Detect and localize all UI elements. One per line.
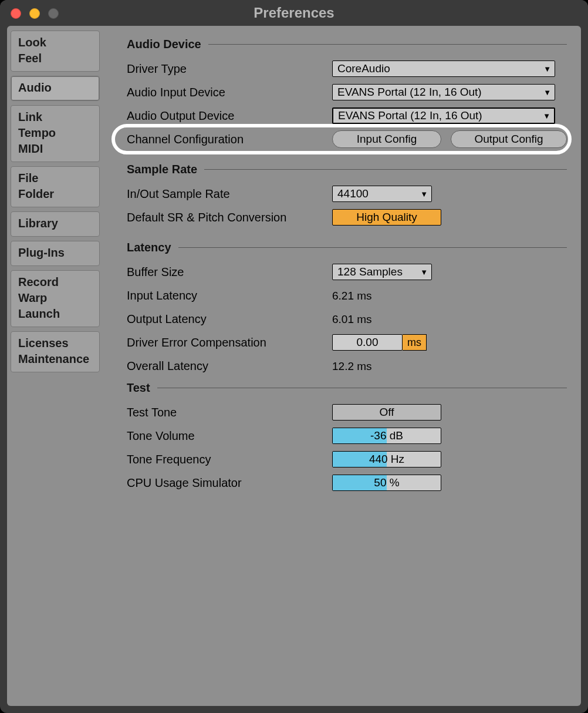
driver-type-dropdown[interactable]: CoreAudio ▼ [332, 60, 555, 77]
tone-frequency-slider[interactable]: 440 Hz [332, 451, 441, 468]
tone-volume-slider[interactable]: -36 dB [332, 428, 441, 444]
window-body: Look Feel Audio Link Tempo MIDI File Fol… [7, 26, 581, 706]
section-divider [204, 169, 567, 170]
chevron-down-icon: ▼ [420, 268, 428, 277]
input-latency-value: 6.21 ms [332, 290, 372, 302]
in-out-sample-rate-dropdown[interactable]: 44100 ▼ [332, 186, 432, 202]
section-test: Test Test Tone Off Tone Volume -36 dB [127, 381, 567, 495]
slider-value: 50 % [374, 476, 399, 489]
buffer-size-label: Buffer Size [127, 265, 332, 279]
dropdown-value: 128 Samples [337, 265, 403, 278]
input-config-button[interactable]: Input Config [332, 130, 441, 148]
sidebar-item-label: Plug-Ins [18, 245, 92, 261]
sidebar-item-label: Launch [18, 306, 92, 322]
sidebar-item-label: Maintenance [18, 351, 92, 367]
default-sr-label: Default SR & Pitch Conversion [127, 211, 332, 224]
sidebar-item-label: Link [18, 109, 92, 125]
window-title: Preferences [0, 5, 588, 21]
tab-plugins[interactable]: Plug-Ins [11, 241, 100, 266]
dropdown-value: EVANS Portal (12 In, 16 Out) [337, 86, 482, 99]
section-title: Test [127, 381, 150, 395]
section-divider [208, 44, 567, 45]
audio-input-device-dropdown[interactable]: EVANS Portal (12 In, 16 Out) ▼ [332, 84, 555, 100]
section-divider [157, 388, 567, 388]
tab-audio[interactable]: Audio [11, 76, 100, 101]
test-tone-label: Test Tone [127, 406, 332, 419]
in-out-sample-rate-label: In/Out Sample Rate [127, 187, 332, 201]
titlebar: Preferences [0, 0, 588, 26]
chevron-down-icon: ▼ [543, 112, 550, 120]
sidebar-item-label: Record [18, 274, 92, 290]
sidebar-item-label: File [18, 170, 92, 186]
chevron-down-icon: ▼ [543, 65, 551, 73]
driver-error-comp-value: 0.00 [332, 334, 403, 351]
section-header: Audio Device [127, 38, 567, 51]
dropdown-value: CoreAudio [337, 62, 390, 75]
traffic-lights [11, 8, 59, 19]
tone-volume-label: Tone Volume [127, 429, 332, 443]
overall-latency-label: Overall Latency [127, 359, 332, 373]
sidebar-item-label: Tempo [18, 125, 92, 141]
sidebar-item-label: Library [18, 216, 92, 231]
sidebar-item-label: MIDI [18, 141, 92, 157]
channel-configuration-label: Channel Configuration [127, 133, 332, 146]
tab-library[interactable]: Library [11, 211, 100, 237]
slider-value: 440 Hz [369, 453, 404, 466]
output-latency-label: Output Latency [127, 312, 332, 326]
section-header: Test [127, 381, 567, 395]
default-sr-toggle[interactable]: High Quality [332, 209, 441, 226]
section-latency: Latency Buffer Size 128 Samples ▼ Input … [127, 241, 567, 378]
sidebar: Look Feel Audio Link Tempo MIDI File Fol… [7, 26, 103, 706]
cpu-usage-simulator-label: CPU Usage Simulator [127, 476, 332, 490]
section-title: Audio Device [127, 38, 201, 51]
preferences-window: Preferences Look Feel Audio Link Tempo M… [0, 0, 588, 713]
tab-link-tempo-midi[interactable]: Link Tempo MIDI [11, 105, 100, 162]
tab-record-warp-launch[interactable]: Record Warp Launch [11, 270, 100, 327]
section-divider [178, 247, 567, 248]
driver-error-comp-unit: ms [403, 334, 427, 351]
section-header: Sample Rate [127, 163, 567, 176]
tone-frequency-label: Tone Frequency [127, 453, 332, 466]
section-sample-rate: Sample Rate In/Out Sample Rate 44100 ▼ D… [127, 163, 567, 229]
slider-value: -36 dB [370, 429, 403, 442]
minimize-window-button[interactable] [29, 8, 40, 19]
sidebar-item-label: Look [18, 35, 92, 51]
sidebar-item-label: Folder [18, 186, 92, 202]
cpu-usage-simulator-slider[interactable]: 50 % [332, 475, 441, 491]
output-config-button[interactable]: Output Config [451, 130, 567, 148]
section-header: Latency [127, 241, 567, 254]
audio-output-device-label: Audio Output Device [127, 109, 332, 123]
test-tone-toggle[interactable]: Off [332, 404, 441, 421]
section-title: Sample Rate [127, 163, 197, 176]
chevron-down-icon: ▼ [420, 190, 428, 199]
sidebar-item-label: Warp [18, 290, 92, 306]
sidebar-item-label: Licenses [18, 335, 92, 351]
audio-output-device-dropdown[interactable]: EVANS Portal (12 In, 16 Out) ▼ [332, 107, 555, 124]
content-pane: Audio Device Driver Type CoreAudio ▼ Aud… [103, 26, 581, 706]
output-latency-value: 6.01 ms [332, 313, 372, 325]
buffer-size-dropdown[interactable]: 128 Samples ▼ [332, 264, 432, 280]
chevron-down-icon: ▼ [543, 88, 551, 97]
section-title: Latency [127, 241, 171, 254]
dropdown-value: 44100 [337, 187, 369, 200]
section-audio-device: Audio Device Driver Type CoreAudio ▼ Aud… [127, 38, 567, 151]
driver-error-comp-label: Driver Error Compensation [127, 336, 332, 349]
sidebar-item-label: Feel [18, 51, 92, 66]
tab-look-feel[interactable]: Look Feel [11, 31, 100, 72]
input-latency-label: Input Latency [127, 289, 332, 302]
overall-latency-value: 12.2 ms [332, 360, 372, 372]
tab-licenses-maintenance[interactable]: Licenses Maintenance [11, 331, 100, 372]
dropdown-value: EVANS Portal (12 In, 16 Out) [338, 109, 482, 122]
close-window-button[interactable] [11, 8, 21, 19]
sidebar-item-label: Audio [18, 80, 92, 96]
tab-file-folder[interactable]: File Folder [11, 166, 100, 207]
driver-type-label: Driver Type [127, 62, 332, 76]
driver-error-comp-field[interactable]: 0.00 ms [332, 334, 427, 351]
zoom-window-button[interactable] [48, 8, 59, 19]
audio-input-device-label: Audio Input Device [127, 86, 332, 99]
